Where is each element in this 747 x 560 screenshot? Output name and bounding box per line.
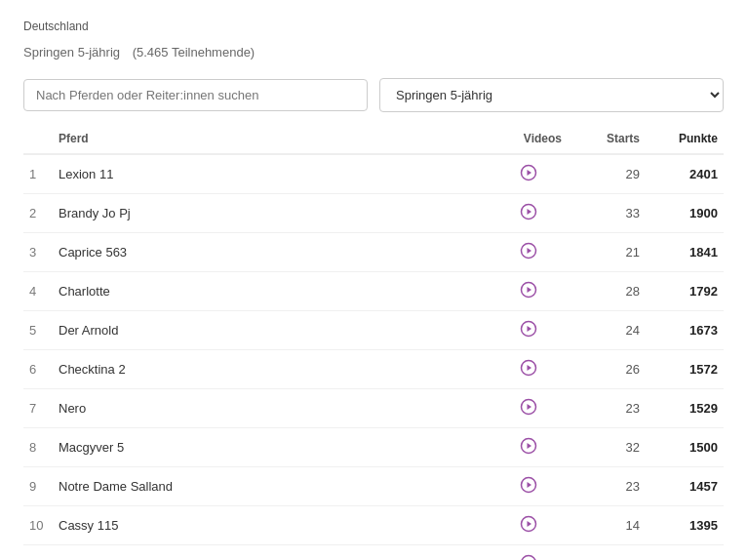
punkte-cell: 1457: [646, 467, 724, 506]
punkte-cell: 1529: [646, 389, 724, 428]
col-videos: Videos: [490, 124, 568, 154]
rank-cell: 7: [23, 389, 53, 428]
rank-cell: 2: [23, 194, 53, 233]
starts-cell: 29: [568, 154, 646, 194]
svg-marker-15: [528, 443, 532, 449]
horse-name: Charlotte: [53, 272, 490, 311]
rankings-table: Pferd Videos Starts Punkte 1Lexion 11 29…: [23, 124, 724, 560]
punkte-cell: 1395: [646, 506, 724, 545]
svg-marker-19: [528, 521, 532, 527]
horse-name: Macgyver 5: [53, 428, 490, 467]
punkte-cell: 1673: [646, 311, 724, 350]
starts-cell: 14: [568, 506, 646, 545]
rank-cell: 4: [23, 272, 53, 311]
rank-cell: 5: [23, 311, 53, 350]
video-icon[interactable]: [520, 203, 537, 220]
video-cell[interactable]: [490, 428, 568, 467]
video-cell[interactable]: [490, 311, 568, 350]
table-row: 6Checktina 2 261572: [23, 350, 724, 389]
rank-cell: 10: [23, 506, 53, 545]
table-row: 9Notre Dame Salland 231457: [23, 467, 724, 506]
table-row: 8Macgyver 5 321500: [23, 428, 724, 467]
horse-name: Lexion 11: [53, 154, 490, 194]
rank-cell: 6: [23, 350, 53, 389]
horse-name: Checktina 2: [53, 350, 490, 389]
starts-cell: 23: [568, 389, 646, 428]
country-label: Deutschland: [23, 20, 724, 33]
horse-name: Brandy Jo Pj: [53, 194, 490, 233]
horse-name: Notre Dame Salland: [53, 467, 490, 506]
rank-cell: 8: [23, 428, 53, 467]
horse-name: Nero: [53, 389, 490, 428]
table-row: 11Sascinora 251373: [23, 545, 724, 561]
table-row: 7Nero 231529: [23, 389, 724, 428]
col-rank: [23, 124, 53, 154]
rank-cell: 3: [23, 233, 53, 272]
horse-name: Sascinora: [53, 545, 490, 561]
video-cell[interactable]: [490, 154, 568, 194]
video-icon[interactable]: [520, 476, 537, 494]
starts-cell: 26: [568, 350, 646, 389]
table-row: 2Brandy Jo Pj 331900: [23, 194, 724, 233]
video-cell[interactable]: [490, 467, 568, 506]
col-starts: Starts: [568, 124, 646, 154]
horse-name: Caprice 563: [53, 233, 490, 272]
svg-marker-11: [528, 365, 532, 371]
video-cell[interactable]: [490, 506, 568, 545]
controls-bar: Springen 5-jährig Springen 6-jährig Dres…: [23, 78, 724, 112]
col-punkte: Punkte: [646, 124, 724, 154]
punkte-cell: 1572: [646, 350, 724, 389]
starts-cell: 28: [568, 272, 646, 311]
discipline-select[interactable]: Springen 5-jährig Springen 6-jährig Dres…: [379, 78, 724, 112]
punkte-cell: 1900: [646, 194, 724, 233]
svg-point-20: [522, 556, 536, 561]
rank-cell: 11: [23, 545, 53, 561]
svg-marker-5: [528, 248, 532, 254]
video-cell[interactable]: [490, 350, 568, 389]
rank-cell: 9: [23, 467, 53, 506]
col-pferd: Pferd: [53, 124, 490, 154]
starts-cell: 25: [568, 545, 646, 561]
video-icon[interactable]: [520, 359, 537, 377]
video-cell[interactable]: [490, 233, 568, 272]
search-input[interactable]: [23, 79, 368, 111]
starts-cell: 32: [568, 428, 646, 467]
horse-name: Der Arnold: [53, 311, 490, 350]
punkte-cell: 1373: [646, 545, 724, 561]
video-cell[interactable]: [490, 389, 568, 428]
table-row: 4Charlotte 281792: [23, 272, 724, 311]
svg-marker-7: [528, 287, 532, 293]
table-row: 1Lexion 11 292401: [23, 154, 724, 194]
rank-cell: 1: [23, 154, 53, 194]
video-cell[interactable]: [490, 272, 568, 311]
table-row: 5Der Arnold 241673: [23, 311, 724, 350]
svg-marker-1: [528, 170, 532, 176]
svg-marker-13: [528, 404, 532, 410]
video-icon[interactable]: [520, 398, 537, 416]
video-icon[interactable]: [520, 320, 537, 338]
starts-cell: 23: [568, 467, 646, 506]
starts-cell: 24: [568, 311, 646, 350]
svg-marker-3: [528, 209, 532, 215]
video-icon[interactable]: [520, 554, 537, 560]
page-title: Springen 5-jährig (5.465 Teilnehmende): [23, 35, 724, 62]
svg-marker-9: [528, 326, 532, 332]
punkte-cell: 1792: [646, 272, 724, 311]
table-row: 10Cassy 115 141395: [23, 506, 724, 545]
punkte-cell: 1500: [646, 428, 724, 467]
svg-marker-17: [528, 482, 532, 488]
video-icon[interactable]: [520, 242, 537, 260]
horse-name: Cassy 115: [53, 506, 490, 545]
video-cell[interactable]: [490, 545, 568, 561]
table-row: 3Caprice 563 211841: [23, 233, 724, 272]
video-icon[interactable]: [520, 515, 537, 533]
video-icon[interactable]: [520, 164, 537, 181]
starts-cell: 33: [568, 194, 646, 233]
video-cell[interactable]: [490, 194, 568, 233]
video-icon[interactable]: [520, 281, 537, 299]
video-icon[interactable]: [520, 437, 537, 455]
starts-cell: 21: [568, 233, 646, 272]
punkte-cell: 2401: [646, 154, 724, 194]
punkte-cell: 1841: [646, 233, 724, 272]
